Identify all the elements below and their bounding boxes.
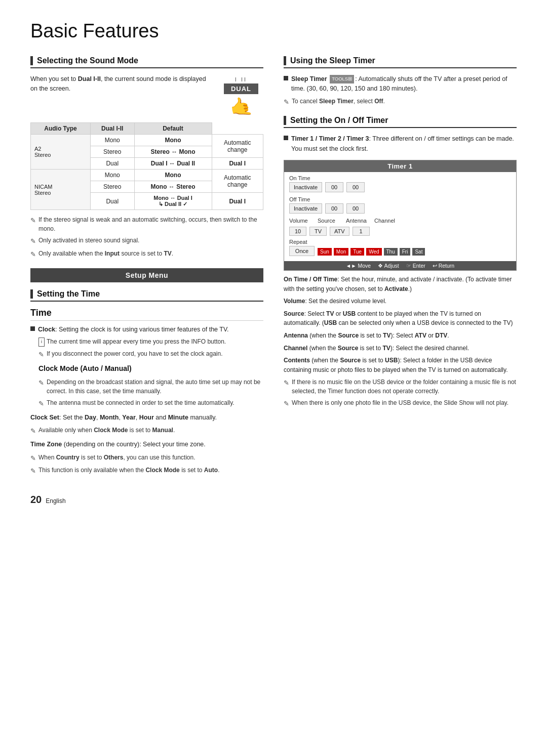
body-contents: Contents (when the Source is set to USB)… — [284, 356, 517, 374]
section-bar4 — [284, 116, 286, 125]
body-volume: Volume: Set the desired volume level. — [284, 297, 517, 306]
default-nicam-auto: Automaticchange — [212, 170, 263, 193]
timer-vsac-vals: 10 TV ATV 1 — [289, 227, 511, 236]
timer-bullet: Timer 1 / Timer 2 / Timer 3: Three diffe… — [284, 134, 517, 154]
left-column: Selecting the Sound Mode When you set to… — [30, 56, 263, 479]
clock-text: Clock: Setting the clock is for using va… — [38, 325, 229, 334]
section-sleep-header: Using the Sleep Timer — [284, 56, 517, 68]
on-time-m[interactable]: 00 — [346, 182, 365, 192]
sleep-note-text: To cancel Sleep Timer, select Off. — [292, 97, 385, 106]
sound-mode-intro: When you set to Dual I-II, the current s… — [30, 74, 211, 94]
note-pen-icon8: ✎ — [30, 453, 36, 464]
note-pen-icon7: ✎ — [30, 426, 36, 436]
info-icon: i — [38, 338, 45, 347]
section-sound-mode-header: Selecting the Sound Mode — [30, 56, 263, 68]
day-fri: Fri — [400, 248, 411, 256]
note-pen-icon9: ✎ — [30, 466, 36, 476]
info-note-text: The current time will appear every time … — [47, 337, 226, 346]
page-language: English — [46, 497, 65, 505]
broadcast-text: Depending on the broadcast station and s… — [47, 377, 263, 396]
day-thu: Thu — [384, 248, 398, 256]
note-no-music: ✎ If there is no music file on the USB d… — [284, 377, 517, 396]
timezone-text: Time Zone (depending on the country): Se… — [30, 440, 263, 449]
disconnect-text: If you disconnect the power cord, you ha… — [47, 349, 223, 358]
day-mon: Mon — [334, 248, 348, 256]
note-pen-icon2: ✎ — [30, 236, 36, 246]
dual-nicam-dual: Mono ↔ Dual I↳ Dual II ✓ — [134, 193, 212, 210]
sub-dual: Dual — [90, 158, 134, 170]
footer-return: ↩ Return — [433, 263, 454, 269]
source-val[interactable]: TV — [309, 227, 327, 236]
antenna-val[interactable]: ATV — [330, 227, 349, 236]
dual-label-top: I II — [224, 76, 258, 82]
antenna-note: ✎ The antenna must be connected in order… — [38, 398, 263, 409]
default-nicam-dual: Dual I — [212, 193, 263, 210]
body-onoff-time: On Time / Off Time: Set the hour, minute… — [284, 275, 517, 293]
timer-days: Sun Mon Tue Wed Thu Fri Sat — [318, 248, 425, 256]
on-time-label: On Time — [289, 175, 511, 181]
off-time-m[interactable]: 00 — [346, 203, 365, 214]
sub-nicam-stereo: Stereo — [90, 181, 134, 193]
dual-mono: Mono — [134, 135, 212, 146]
volume-label: Volume — [289, 218, 315, 224]
broadcast-note: ✎ Depending on the broadcast station and… — [38, 377, 263, 396]
timer-text: Timer 1 / Timer 2 / Timer 3: Three diffe… — [291, 134, 517, 154]
antenna-text: The antenna must be connected in order t… — [47, 398, 235, 407]
clock-set-note-text: Available only when Clock Mode is set to… — [38, 426, 175, 435]
clock-bullet: Clock: Setting the clock is for using va… — [30, 325, 263, 334]
note-pen-icon6: ✎ — [38, 399, 44, 409]
timer-body: On Time Inactivate 00 00 Off Time Inacti… — [284, 172, 516, 261]
note-pen-icon11: ✎ — [284, 378, 289, 388]
footer-enter: ☞ Enter — [406, 263, 425, 269]
section-timer-header: Setting the On / Off Timer — [284, 116, 517, 128]
dual-badge: DUAL — [224, 83, 258, 94]
section-bar — [30, 56, 33, 65]
timezone-note1-text: When Country is set to Others, you can u… — [38, 453, 196, 462]
page-number: 20 — [30, 494, 42, 506]
footer-move: ◄► Move — [346, 263, 371, 269]
dual-nicam-mono: Mono — [134, 170, 212, 181]
default-auto: Automaticchange — [212, 135, 263, 158]
source-label: Source — [318, 218, 343, 224]
subsection-time-title: Time — [30, 308, 263, 321]
body-channel: Channel (when the Source is set to TV): … — [284, 344, 517, 353]
off-time-h[interactable]: 00 — [325, 203, 343, 214]
square-bullet2 — [284, 76, 288, 80]
table-row: NICAMStereo Mono Mono Automaticchange — [31, 170, 263, 181]
body-antenna: Antenna (when the Source is set to TV): … — [284, 331, 517, 341]
note-one-photo-text: When there is only one photo file in the… — [292, 398, 509, 407]
section-bar3 — [284, 56, 286, 65]
note-stereo-only-text: Only activated in stereo sound signal. — [38, 236, 139, 245]
note-pen-icon: ✎ — [30, 216, 36, 226]
off-time-label: Off Time — [289, 196, 511, 202]
timer-box: Timer 1 On Time Inactivate 00 00 Off Tim… — [284, 160, 517, 271]
day-sun: Sun — [318, 248, 332, 256]
square-bullet3 — [284, 136, 288, 140]
note-no-music-text: If there is no music file on the USB dev… — [292, 377, 517, 396]
channel-val[interactable]: 1 — [353, 227, 370, 236]
note-stereo-only: ✎ Only activated in stereo sound signal. — [30, 236, 263, 246]
dual-box: I II DUAL 🤙 — [219, 74, 263, 117]
sub-nicam-dual: Dual — [90, 193, 134, 210]
note-pen-icon4: ✎ — [38, 350, 44, 360]
day-wed: Wed — [366, 248, 381, 256]
off-time-controls: Inactivate 00 00 — [289, 203, 511, 214]
volume-val[interactable]: 10 — [289, 227, 306, 236]
sub-mono: Mono — [90, 135, 134, 146]
note-tv-only: ✎ Only available when the Input source i… — [30, 249, 263, 260]
section-time-title: Setting the Time — [37, 289, 100, 299]
on-time-controls: Inactivate 00 00 — [289, 182, 511, 192]
group-nicam: NICAMStereo — [31, 170, 91, 210]
section-bar2 — [30, 289, 33, 299]
note-pen-icon12: ✎ — [284, 399, 289, 409]
on-time-h[interactable]: 00 — [325, 182, 343, 192]
sub-nicam-mono: Mono — [90, 170, 134, 181]
dual-stereo-mono: Stereo ↔ Mono — [134, 146, 212, 158]
section-sound-mode-title: Selecting the Sound Mode — [37, 56, 138, 65]
disconnect-note: ✎ If you disconnect the power cord, you … — [38, 349, 263, 360]
table-row: A2Stereo Mono Mono Automaticchange — [31, 135, 263, 146]
repeat-val[interactable]: Once — [289, 246, 315, 256]
sleep-note: ✎ To cancel Sleep Timer, select Off. — [284, 97, 517, 107]
on-inactivate-btn[interactable]: Inactivate — [289, 182, 322, 192]
off-inactivate-btn[interactable]: Inactivate — [289, 203, 322, 214]
